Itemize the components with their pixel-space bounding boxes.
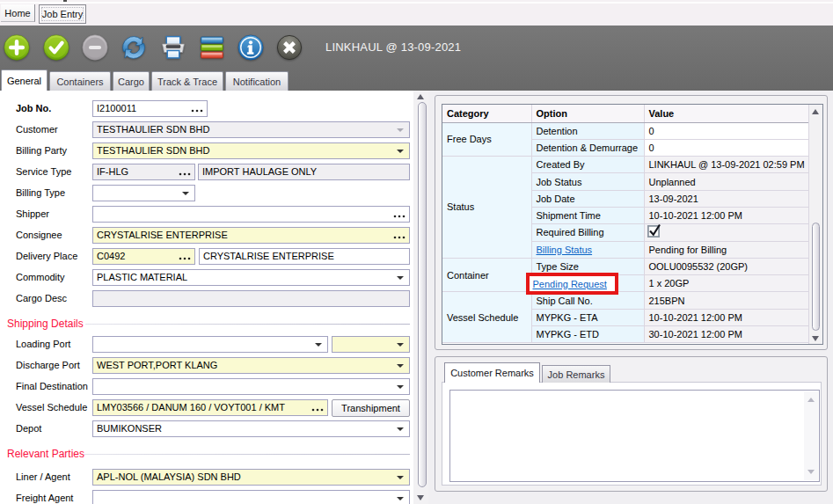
final-destination-combo[interactable] (92, 378, 410, 395)
loading-port-sub-combo[interactable] (332, 336, 410, 353)
header-category[interactable]: Category (442, 105, 531, 122)
option-mypkg-etd: MYPKG - ETD (531, 326, 644, 343)
option-detention: Detention (531, 122, 644, 139)
shipper-label: Shipper (16, 206, 49, 223)
form-scrollbar-up-icon[interactable] (417, 94, 424, 99)
liner-agent-dropdown-icon[interactable] (397, 476, 404, 479)
delivery-place-ellipsis-icon[interactable] (179, 252, 191, 262)
print-icon[interactable] (160, 34, 186, 61)
table-row: Status Created By LINKHAUL @ 13-09-2021 … (442, 157, 809, 173)
grid-scrollbar-down-icon[interactable] (812, 336, 819, 341)
billing-party-dropdown-icon[interactable] (397, 150, 404, 153)
billing-type-dropdown-icon[interactable] (182, 192, 189, 195)
vessel-schedule-field[interactable]: LMY03566 / DANUM 160 / VOYT001 / KMT (92, 399, 328, 416)
consignee-field[interactable]: CRYSTALRISE ENTERPRISE (92, 227, 410, 244)
shipping-details-line (85, 324, 410, 325)
billing-type-combo[interactable] (92, 185, 195, 201)
billing-status-link[interactable]: Billing Status (537, 245, 593, 255)
row-billing-party: Billing Party TESTHAULIER SDN BHD (0, 142, 413, 159)
option-created-by: Created By (531, 157, 644, 173)
delivery-place-desc: CRYSTALRISE ENTERPRISE (203, 251, 334, 261)
tab-track-trace[interactable]: Track & Trace (151, 71, 223, 91)
tab-customer-remarks[interactable]: Customer Remarks (444, 362, 540, 383)
value-required-billing[interactable] (644, 224, 809, 241)
transhipment-button-label: Transhipment (341, 403, 400, 413)
loading-port-sub-dropdown-icon[interactable] (397, 343, 404, 347)
loading-port-dropdown-icon[interactable] (315, 343, 322, 347)
grid-scrollbar-thumb[interactable] (812, 223, 820, 331)
value-job-date: 13-09-2021 (644, 190, 809, 207)
tab-job-remarks[interactable]: Job Remarks (542, 365, 610, 383)
tab-containers[interactable]: Containers (49, 71, 111, 91)
job-no-field[interactable]: I2100011 (92, 100, 208, 117)
report-icon[interactable] (199, 34, 225, 61)
commodity-combo[interactable]: PLASTIC MATERIAL (92, 269, 410, 286)
value-ship-call-no: 215BPN (644, 292, 809, 309)
form-scrollbar-down-icon[interactable] (417, 495, 424, 500)
depot-label: Depot (16, 420, 41, 437)
freight-agent-dropdown-icon[interactable] (397, 497, 404, 500)
delivery-place-code-field[interactable]: C0492 (92, 248, 195, 265)
delete-icon[interactable] (82, 34, 108, 61)
value-shipment-time: 10-10-2021 12:00 PM (644, 207, 809, 223)
option-detention-demurrage: Detention & Demurrage (531, 139, 644, 156)
vessel-schedule-value: LMY03566 / DANUM 160 / VOYT001 / KMT (97, 402, 285, 413)
option-billing-status: Billing Status (531, 241, 644, 258)
header-option[interactable]: Option (531, 105, 644, 122)
tab-general[interactable]: General (1, 69, 47, 91)
customer-remarks-textarea[interactable] (449, 390, 820, 482)
tab-cargo[interactable]: Cargo (113, 71, 150, 91)
remarks-scrollbar[interactable] (804, 391, 818, 480)
liner-agent-label: Liner / Agent (16, 469, 70, 486)
vessel-schedule-ellipsis-icon[interactable] (311, 403, 324, 413)
depot-combo[interactable]: BUMIKONSER (92, 420, 410, 437)
shipping-details-heading: Shipping Details (7, 318, 84, 330)
window-tab-job-entry[interactable]: Job Entry (39, 4, 86, 24)
toolbar-title: LINKHAUL @ 13-09-2021 (325, 40, 461, 54)
freight-agent-combo[interactable] (92, 490, 410, 504)
form-scrollbar[interactable] (413, 91, 428, 504)
depot-dropdown-icon[interactable] (397, 427, 404, 431)
option-shipment-time: Shipment Time (531, 207, 644, 223)
shipper-field[interactable] (92, 206, 410, 223)
consignee-ellipsis-icon[interactable] (393, 230, 406, 241)
service-type-code-field[interactable]: IF-HLG (92, 164, 195, 180)
commodity-dropdown-icon[interactable] (397, 276, 404, 280)
depot-value: BUMIKONSER (97, 423, 162, 434)
freight-agent-label: Freight Agent (16, 490, 73, 504)
header-value[interactable]: Value (644, 105, 809, 122)
value-detention[interactable]: 0 (644, 122, 809, 139)
customer-combo[interactable]: TESTHAULIER SDN BHD (92, 121, 410, 138)
transhipment-button[interactable]: Transhipment (332, 399, 410, 417)
service-type-ellipsis-icon[interactable] (179, 167, 191, 178)
save-icon[interactable] (43, 34, 69, 61)
row-final-destination: Final Destination (0, 378, 413, 395)
discharge-port-dropdown-icon[interactable] (397, 364, 404, 368)
checked-checkbox-icon[interactable] (647, 223, 661, 237)
row-depot: Depot BUMIKONSER (0, 420, 413, 437)
tab-job-remarks-label: Job Remarks (548, 369, 605, 380)
commodity-label: Commodity (16, 269, 65, 286)
service-type-desc-field: IMPORT HAULAGE ONLY (198, 164, 410, 180)
value-detention-demurrage[interactable]: 0 (644, 139, 809, 156)
final-destination-dropdown-icon[interactable] (397, 385, 404, 389)
liner-agent-combo[interactable]: APL-NOL (MALAYSIA) SDN BHD (92, 469, 410, 486)
loading-port-label: Loading Port (16, 336, 70, 353)
tab-notification[interactable]: Notification (225, 71, 289, 91)
shipper-ellipsis-icon[interactable] (393, 209, 406, 220)
refresh-icon[interactable] (121, 34, 147, 61)
window-tab-home[interactable]: Home (1, 4, 35, 22)
form-scrollbar-thumb[interactable] (418, 102, 427, 487)
info-icon[interactable] (237, 34, 264, 61)
discharge-port-combo[interactable]: WEST PORT,PORT KLANG (92, 357, 410, 374)
category-container: Container (442, 258, 531, 292)
close-icon[interactable] (276, 34, 303, 61)
billing-party-combo[interactable]: TESTHAULIER SDN BHD (92, 142, 410, 159)
job-no-ellipsis-icon[interactable] (191, 104, 203, 114)
grid-scrollbar[interactable] (808, 105, 822, 344)
add-icon[interactable] (4, 34, 30, 61)
pending-request-link[interactable]: Pending Request (533, 279, 607, 289)
grid-scrollbar-up-icon[interactable] (812, 109, 819, 114)
tab-general-label: General (7, 76, 41, 86)
loading-port-combo[interactable] (92, 336, 328, 353)
